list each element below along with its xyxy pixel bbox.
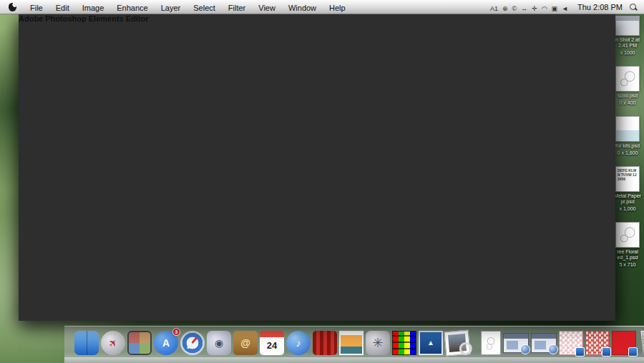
dock-icon-glyph: ✳	[372, 335, 383, 351]
file-label: scoo.psd	[618, 93, 638, 99]
dock-badge: 3	[172, 328, 180, 336]
file-thumbnail	[615, 16, 640, 36]
desktop-file-icon[interactable]: ree Floral ed_1.psd 5 x 710	[611, 222, 644, 268]
minimized-window-icon[interactable]	[503, 333, 529, 353]
dock-icon-glyph: ▲	[427, 339, 434, 347]
red-pattern-file-icon[interactable]	[585, 331, 610, 355]
desktop-file-icon[interactable]: DEFG KLMN TUVW 123456 Metal Paper pr.psd…	[611, 166, 644, 212]
dock-icon-glyph: @	[240, 337, 250, 349]
menu-items: FileEditImageEnhanceLayerSelectFilterVie…	[24, 1, 352, 14]
iphoto-icon[interactable]	[339, 331, 364, 355]
file-label: ree Floral ed_1.psd	[611, 249, 644, 261]
file-label: for kits.psd	[615, 143, 640, 149]
file-size: 5 x 710	[620, 262, 636, 268]
file-size: x 1,000	[620, 206, 636, 212]
menu-item[interactable]: Select	[187, 4, 222, 12]
address-book-icon[interactable]: @	[233, 331, 258, 355]
app-name[interactable]: Adobe Photoshop Elements Editor	[19, 14, 615, 321]
menu-item[interactable]: Window	[282, 4, 323, 12]
dock-icon-glyph: A	[162, 337, 170, 349]
menu-item[interactable]: Layer	[155, 4, 187, 12]
photos-stack-icon[interactable]	[444, 329, 471, 356]
file-label: Metal Paper pr.psd	[611, 193, 644, 205]
desktop-icon-column: n Shot 2 at 2.41 PM x 1000 scoo.psd 0 x …	[611, 16, 644, 268]
photo-booth-icon[interactable]	[313, 331, 337, 355]
dock-icon-glyph: 24	[267, 340, 277, 351]
file-thumbnail	[615, 66, 640, 92]
desktop-file-icon[interactable]: n Shot 2 at 2.41 PM x 1000	[611, 16, 644, 56]
apple-menu-icon[interactable]	[9, 3, 16, 11]
status-menu-icon[interactable]: A1	[488, 5, 500, 12]
trash-icon[interactable]	[638, 331, 644, 355]
finder-icon[interactable]	[74, 331, 99, 355]
file-label: n Shot 2 at 2.41 PM	[611, 37, 644, 49]
status-menu-icon[interactable]: ©	[510, 5, 519, 12]
mac-dock: ✈ A 3 ◉ @ 24 ♪	[64, 326, 644, 363]
desktop-file-icon[interactable]: scoo.psd 0 x 400	[611, 66, 644, 106]
desktop: { "icons": {"caret": "▾", "check": "✓", …	[0, 0, 644, 363]
dock-icon-glyph: ♪	[296, 337, 301, 349]
menu-bar-status: A1⊕©↔✛◠▣◄ Thu 2:08 PM	[488, 1, 638, 14]
status-menu-icon[interactable]: ◠	[540, 5, 550, 12]
file-size: x 1000	[620, 50, 635, 56]
itunes-icon[interactable]: ♪	[286, 331, 311, 355]
menu-item[interactable]: Image	[76, 4, 111, 12]
ical-icon[interactable]: 24	[260, 331, 284, 355]
menu-item[interactable]: Filter	[222, 4, 252, 12]
minimized-window-icon[interactable]	[531, 333, 557, 353]
dock-icon-glyph: ✈	[106, 336, 120, 350]
file-thumbnail	[615, 116, 640, 142]
red-swatch-file-icon[interactable]	[612, 331, 636, 355]
mac-menu-bar: Adobe Photoshop Elements Editor FileEdit…	[0, 0, 644, 14]
menu-item[interactable]: View	[252, 4, 282, 12]
desktop-file-icon[interactable]: for kits.psd 0 x 1,600	[611, 116, 644, 156]
status-menu-icon[interactable]: ◄	[560, 5, 570, 12]
pink-pattern-file-icon[interactable]	[559, 331, 583, 355]
lineart-document-icon[interactable]	[481, 331, 501, 355]
color-grid-app-icon[interactable]	[392, 331, 416, 355]
launchpad-icon[interactable]: ✈	[101, 331, 125, 355]
file-thumbnail	[615, 222, 640, 248]
photo-app-icon[interactable]: ▲	[419, 331, 443, 355]
status-menu-icon[interactable]: ⊕	[500, 5, 510, 12]
dock-icon-glyph: ◉	[215, 337, 223, 349]
file-size: 0 x 400	[620, 100, 636, 106]
menu-item[interactable]: File	[24, 4, 49, 12]
file-thumbnail: DEFG KLMN TUVW 123456	[615, 166, 640, 192]
menu-bar-clock[interactable]: Thu 2:08 PM	[573, 3, 627, 11]
status-menu-icon[interactable]: ✛	[530, 5, 540, 12]
safari-icon[interactable]	[180, 331, 205, 355]
app-store-icon[interactable]: A 3	[154, 331, 178, 355]
menu-item[interactable]: Help	[323, 4, 352, 12]
facetime-icon[interactable]: ◉	[207, 331, 231, 355]
dock-separator[interactable]	[472, 331, 479, 355]
system-preferences-icon[interactable]: ✳	[366, 331, 390, 355]
status-menu-icon[interactable]: ▣	[550, 5, 560, 12]
menu-item[interactable]: Edit	[49, 4, 76, 12]
spotlight-icon[interactable]	[630, 4, 637, 11]
status-menu-icon[interactable]: ↔	[519, 5, 530, 12]
menu-item[interactable]: Enhance	[110, 4, 154, 12]
file-size: 0 x 1,600	[618, 150, 638, 156]
mission-control-icon[interactable]	[127, 331, 152, 355]
